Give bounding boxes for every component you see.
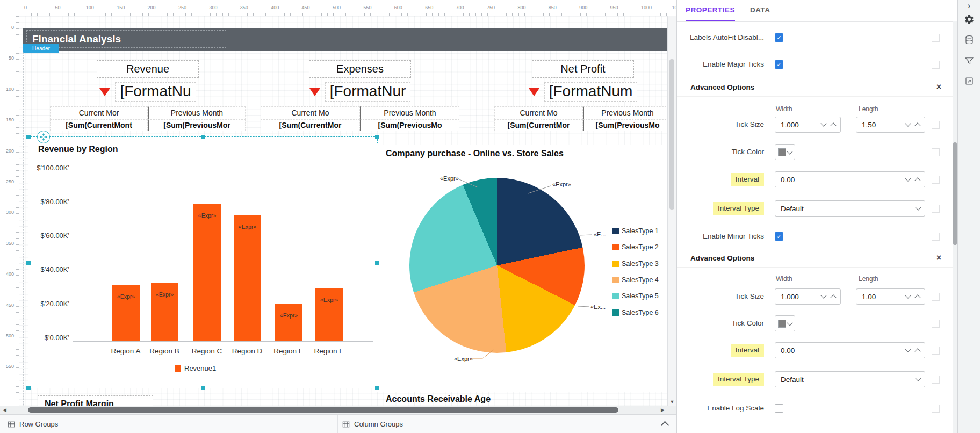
bind-checkbox[interactable] <box>932 376 940 384</box>
dropdown-chevron-icon[interactable] <box>787 320 792 326</box>
tab-data[interactable]: DATA <box>750 0 770 21</box>
design-canvas[interactable]: Financial Analysis Header Revenue [Forma… <box>19 16 667 406</box>
input-value[interactable]: 1.00 <box>856 293 905 301</box>
kpi-col-header[interactable]: Current Mor <box>50 106 148 119</box>
increment-chevron-icon[interactable] <box>830 122 836 128</box>
kpi-value[interactable]: [Sum(CurrentMor <box>494 119 583 131</box>
kpi-col-header[interactable]: Current Mo <box>261 106 360 119</box>
enable-major-ticks-checkbox[interactable]: ✓ <box>775 60 783 69</box>
data-source-icon[interactable] <box>958 34 980 45</box>
tick-size-width-input[interactable]: 1.000 <box>775 117 841 133</box>
enable-minor-ticks-checkbox[interactable]: ✓ <box>775 232 783 241</box>
interval-input[interactable]: 0.00 <box>775 342 925 358</box>
tick-size-length-input[interactable]: 1.50 <box>856 117 925 133</box>
input-value[interactable]: 0.00 <box>775 347 905 355</box>
kpi-format-value[interactable]: [FormatNur <box>325 82 411 102</box>
kpi-col-header[interactable]: Previous Month <box>360 106 459 119</box>
column-groups-panel[interactable]: Column Groups <box>342 415 403 433</box>
select-value[interactable]: Default <box>775 205 915 213</box>
bind-checkbox[interactable] <box>932 405 940 413</box>
selection-handle[interactable] <box>26 386 31 390</box>
kpi-value[interactable]: [Sum(PreviousMor <box>148 119 246 131</box>
dropdown-chevron-icon[interactable] <box>905 175 911 181</box>
bind-checkbox[interactable] <box>932 320 940 328</box>
dropdown-chevron-icon[interactable] <box>915 375 921 381</box>
kpi-value[interactable]: [Sum(CurrentMont <box>50 119 148 131</box>
pie-chart-block[interactable]: Company purchase - Online vs. Store Sale… <box>373 145 667 392</box>
interval-type-select[interactable]: Default <box>775 371 925 387</box>
close-icon[interactable]: × <box>936 253 941 263</box>
kpi-format-value[interactable]: [FormatNum <box>544 82 638 102</box>
kpi-value[interactable]: [Sum(CurrentMor <box>261 119 360 131</box>
bar-chart-block[interactable]: Revenue by Region $'100.00K' $'80.00K' $… <box>28 136 378 388</box>
scroll-down-arrow-icon[interactable]: ▼ <box>668 399 676 405</box>
increment-chevron-icon[interactable] <box>914 294 920 300</box>
tick-size-width-input[interactable]: 1.000 <box>775 288 841 305</box>
bind-checkbox[interactable] <box>932 61 940 69</box>
dropdown-chevron-icon[interactable] <box>905 346 911 352</box>
selection-handle[interactable] <box>375 386 379 390</box>
increment-chevron-icon[interactable] <box>914 122 920 128</box>
settings-gear-icon[interactable] <box>958 14 980 25</box>
selection-handle[interactable] <box>375 261 379 265</box>
row-groups-panel[interactable]: Row Groups <box>8 415 58 433</box>
kpi-panel-expenses[interactable]: Expenses [FormatNur Current Mo Previous … <box>261 60 459 131</box>
input-value[interactable]: 0.00 <box>775 176 905 184</box>
canvas-horizontal-scrollbar[interactable]: ◀ ▶ <box>0 406 676 414</box>
interval-input[interactable]: 0.00 <box>775 171 925 187</box>
close-icon[interactable]: × <box>936 82 941 92</box>
input-value[interactable]: 1.000 <box>775 121 820 129</box>
move-handle-icon[interactable] <box>37 131 50 143</box>
kpi-col-header[interactable]: Previous Month <box>583 106 667 119</box>
bind-checkbox[interactable] <box>932 34 940 42</box>
panel-scroll-thumb[interactable] <box>953 142 957 245</box>
dropdown-chevron-icon[interactable] <box>787 148 792 154</box>
kpi-value[interactable]: [Sum(PreviousMo <box>583 119 667 131</box>
increment-chevron-icon[interactable] <box>914 348 920 354</box>
selection-handle[interactable] <box>201 135 205 139</box>
tick-size-length-input[interactable]: 1.00 <box>856 288 925 305</box>
selection-handle[interactable] <box>375 135 379 139</box>
bind-checkbox[interactable] <box>932 347 940 355</box>
bind-checkbox[interactable] <box>932 293 940 301</box>
select-value[interactable]: Default <box>775 376 915 384</box>
kpi-format-value[interactable]: [FormatNu <box>115 82 196 102</box>
header-section-tab[interactable]: Header <box>23 44 59 53</box>
net-profit-margin-title[interactable]: Net Profit Margin <box>38 395 153 406</box>
enable-log-scale-checkbox[interactable] <box>775 404 783 413</box>
kpi-title[interactable]: Net Profit <box>532 60 634 78</box>
labels-autofit-checkbox[interactable]: ✓ <box>775 33 783 42</box>
input-value[interactable]: 1.50 <box>856 121 905 129</box>
collapse-groups-icon[interactable] <box>661 421 669 430</box>
bind-checkbox[interactable] <box>932 148 940 156</box>
scroll-left-arrow-icon[interactable]: ◀ <box>3 407 6 413</box>
canvas-vertical-scrollbar[interactable]: ▼ <box>667 16 676 406</box>
selection-handle[interactable] <box>26 261 31 265</box>
increment-chevron-icon[interactable] <box>914 177 920 183</box>
selection-handle[interactable] <box>26 135 31 139</box>
report-header-band[interactable]: Financial Analysis <box>23 28 667 51</box>
dropdown-chevron-icon[interactable] <box>905 292 911 298</box>
dropdown-chevron-icon[interactable] <box>820 120 826 126</box>
page-layout-icon[interactable] <box>958 76 980 86</box>
dropdown-chevron-icon[interactable] <box>820 292 826 298</box>
dropdown-chevron-icon[interactable] <box>905 120 911 126</box>
kpi-title[interactable]: Revenue <box>97 60 199 78</box>
tick-color-dropdown[interactable] <box>775 315 795 331</box>
tick-color-dropdown[interactable] <box>775 144 795 160</box>
kpi-title[interactable]: Expenses <box>309 60 411 78</box>
selection-handle[interactable] <box>201 386 205 390</box>
panel-scrollbar[interactable] <box>953 21 957 433</box>
dropdown-chevron-icon[interactable] <box>915 204 921 210</box>
increment-chevron-icon[interactable] <box>830 294 836 300</box>
input-value[interactable]: 1.000 <box>775 293 820 301</box>
vertical-scroll-thumb[interactable] <box>669 59 674 210</box>
kpi-col-header[interactable]: Previous Month <box>148 106 246 119</box>
horizontal-scroll-thumb[interactable] <box>28 407 618 413</box>
bind-checkbox[interactable] <box>932 176 940 184</box>
collapse-panel-icon[interactable]: › <box>958 0 980 12</box>
scroll-right-arrow-icon[interactable]: ▶ <box>661 407 665 413</box>
bind-checkbox[interactable] <box>932 121 940 129</box>
kpi-panel-revenue[interactable]: Revenue [FormatNu Current Mor Previous M… <box>50 60 246 131</box>
kpi-panel-net-profit[interactable]: Net Profit [FormatNum Current Mo Previou… <box>494 60 667 131</box>
